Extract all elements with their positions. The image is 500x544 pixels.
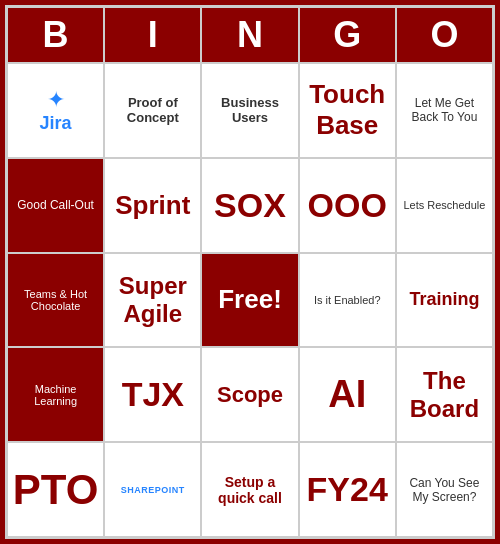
cell-5-4[interactable]: FY24	[299, 442, 396, 537]
cell-2-3[interactable]: SOX	[201, 158, 298, 253]
header-i: I	[104, 7, 201, 63]
cell-2-5[interactable]: Lets Reschedule	[396, 158, 493, 253]
cell-2-2[interactable]: Sprint	[104, 158, 201, 253]
cell-3-5[interactable]: Training	[396, 253, 493, 348]
cell-1-4[interactable]: Touch Base	[299, 63, 396, 158]
cell-1-5[interactable]: Let Me Get Back To You	[396, 63, 493, 158]
header-g: G	[299, 7, 396, 63]
cell-1-1[interactable]: ✦ Jira	[7, 63, 104, 158]
grid-row-5: PTO SHAREPOINT Setup a quick call FY24 C…	[7, 442, 493, 537]
header-b: B	[7, 7, 104, 63]
header-row: B I N G O	[7, 7, 493, 63]
header-n: N	[201, 7, 298, 63]
cell-2-4[interactable]: OOO	[299, 158, 396, 253]
cell-3-3-free[interactable]: Free!	[201, 253, 298, 348]
cell-5-1[interactable]: PTO	[7, 442, 104, 537]
grid-row-1: ✦ Jira Proof of Concept Business Users T…	[7, 63, 493, 158]
bingo-card: B I N G O ✦ Jira Proof of Concept Busine…	[5, 5, 495, 539]
cell-4-1[interactable]: Machine Learning	[7, 347, 104, 442]
cell-2-1[interactable]: Good Call-Out	[7, 158, 104, 253]
grid-row-3: Teams & Hot Chocolate Super Agile Free! …	[7, 253, 493, 348]
cell-4-4[interactable]: AI	[299, 347, 396, 442]
grid-row-2: Good Call-Out Sprint SOX OOO Lets Resche…	[7, 158, 493, 253]
cell-3-2[interactable]: Super Agile	[104, 253, 201, 348]
cell-3-1[interactable]: Teams & Hot Chocolate	[7, 253, 104, 348]
cell-1-3[interactable]: Business Users	[201, 63, 298, 158]
cell-4-5[interactable]: The Board	[396, 347, 493, 442]
grid-row-4: Machine Learning TJX Scope AI The Board	[7, 347, 493, 442]
cell-5-5[interactable]: Can You See My Screen?	[396, 442, 493, 537]
cell-5-3[interactable]: Setup a quick call	[201, 442, 298, 537]
cell-1-2[interactable]: Proof of Concept	[104, 63, 201, 158]
header-o: O	[396, 7, 493, 63]
bingo-grid: ✦ Jira Proof of Concept Business Users T…	[7, 63, 493, 537]
cell-3-4[interactable]: Is it Enabled?	[299, 253, 396, 348]
cell-4-3[interactable]: Scope	[201, 347, 298, 442]
cell-5-2[interactable]: SHAREPOINT	[104, 442, 201, 537]
cell-4-2[interactable]: TJX	[104, 347, 201, 442]
